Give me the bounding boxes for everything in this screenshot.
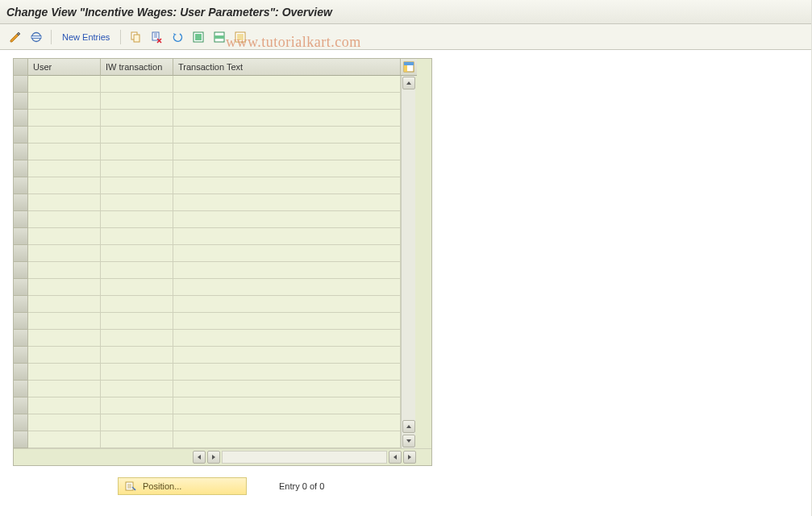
- scroll-left-icon[interactable]: [389, 451, 402, 464]
- cell[interactable]: [28, 76, 101, 93]
- row-selector[interactable]: [14, 211, 28, 228]
- undo-icon[interactable]: [169, 28, 186, 46]
- cell[interactable]: [101, 245, 173, 262]
- cell[interactable]: [28, 262, 101, 279]
- row-selector[interactable]: [14, 76, 28, 93]
- cell[interactable]: [28, 245, 101, 262]
- cell[interactable]: [173, 381, 401, 397]
- column-header-iw-transaction[interactable]: IW transaction: [101, 59, 173, 76]
- cell[interactable]: [101, 313, 173, 330]
- cell[interactable]: [28, 431, 101, 448]
- cell[interactable]: [101, 364, 173, 381]
- cell[interactable]: [28, 313, 101, 330]
- scroll-down-icon[interactable]: [402, 435, 415, 447]
- cell[interactable]: [28, 296, 101, 313]
- row-selector[interactable]: [14, 313, 28, 330]
- cell[interactable]: [173, 296, 401, 313]
- cell[interactable]: [28, 397, 101, 414]
- cell[interactable]: [173, 76, 401, 93]
- cell[interactable]: [173, 245, 401, 262]
- deselect-all-icon[interactable]: [231, 28, 249, 46]
- cell[interactable]: [173, 110, 401, 127]
- cell[interactable]: [101, 397, 173, 414]
- cell[interactable]: [173, 330, 401, 347]
- row-selector[interactable]: [14, 177, 28, 194]
- cell[interactable]: [101, 127, 173, 144]
- row-selector[interactable]: [14, 296, 28, 313]
- cell[interactable]: [173, 93, 401, 110]
- delete-icon[interactable]: [148, 28, 165, 46]
- cell[interactable]: [28, 364, 101, 381]
- row-selector[interactable]: [14, 245, 28, 262]
- copy-icon[interactable]: [127, 28, 144, 46]
- cell[interactable]: [28, 414, 101, 431]
- select-block-icon[interactable]: [210, 28, 228, 46]
- select-all-corner[interactable]: [14, 59, 28, 76]
- cell[interactable]: [28, 110, 101, 127]
- table-settings-icon[interactable]: [401, 59, 417, 76]
- column-header-transaction-text[interactable]: Transaction Text: [173, 59, 401, 76]
- cell[interactable]: [173, 177, 401, 194]
- cell[interactable]: [101, 431, 173, 448]
- scroll-right-icon[interactable]: [207, 451, 220, 464]
- row-selector[interactable]: [14, 110, 28, 127]
- select-all-icon[interactable]: [189, 28, 207, 46]
- cell[interactable]: [28, 211, 101, 228]
- cell[interactable]: [173, 431, 401, 448]
- row-selector[interactable]: [14, 414, 28, 431]
- cell[interactable]: [173, 397, 401, 414]
- cell[interactable]: [173, 347, 401, 364]
- cell[interactable]: [28, 93, 101, 110]
- horizontal-scrollbar-track[interactable]: [222, 451, 387, 464]
- row-selector[interactable]: [14, 330, 28, 347]
- cell[interactable]: [28, 381, 101, 397]
- row-selector[interactable]: [14, 160, 28, 177]
- cell[interactable]: [101, 330, 173, 347]
- new-entries-button[interactable]: New Entries: [57, 28, 115, 46]
- cell[interactable]: [101, 211, 173, 228]
- row-selector[interactable]: [14, 381, 28, 397]
- row-selector[interactable]: [14, 364, 28, 381]
- row-selector[interactable]: [14, 194, 28, 211]
- scroll-left-icon[interactable]: [193, 451, 206, 464]
- cell[interactable]: [101, 279, 173, 296]
- other-view-icon[interactable]: [27, 28, 45, 46]
- scroll-right-icon[interactable]: [403, 451, 416, 464]
- cell[interactable]: [101, 347, 173, 364]
- cell[interactable]: [101, 296, 173, 313]
- cell[interactable]: [173, 228, 401, 245]
- row-selector[interactable]: [14, 431, 28, 448]
- cell[interactable]: [28, 279, 101, 296]
- cell[interactable]: [173, 414, 401, 431]
- cell[interactable]: [28, 228, 101, 245]
- cell[interactable]: [173, 313, 401, 330]
- row-selector[interactable]: [14, 279, 28, 296]
- cell[interactable]: [28, 127, 101, 144]
- cell[interactable]: [28, 177, 101, 194]
- cell[interactable]: [28, 347, 101, 364]
- cell[interactable]: [101, 110, 173, 127]
- scroll-up-icon[interactable]: [402, 420, 415, 433]
- cell[interactable]: [101, 76, 173, 93]
- cell[interactable]: [101, 160, 173, 177]
- cell[interactable]: [101, 381, 173, 397]
- cell[interactable]: [173, 211, 401, 228]
- cell[interactable]: [28, 160, 101, 177]
- cell[interactable]: [101, 228, 173, 245]
- cell[interactable]: [28, 144, 101, 160]
- cell[interactable]: [173, 262, 401, 279]
- cell[interactable]: [28, 194, 101, 211]
- cell[interactable]: [101, 414, 173, 431]
- scroll-up-icon[interactable]: [402, 77, 415, 89]
- cell[interactable]: [173, 160, 401, 177]
- cell[interactable]: [101, 177, 173, 194]
- row-selector[interactable]: [14, 93, 28, 110]
- cell[interactable]: [101, 144, 173, 160]
- position-button[interactable]: Position...: [118, 477, 247, 495]
- cell[interactable]: [173, 194, 401, 211]
- cell[interactable]: [101, 194, 173, 211]
- cell[interactable]: [28, 330, 101, 347]
- cell[interactable]: [173, 127, 401, 144]
- row-selector[interactable]: [14, 262, 28, 279]
- cell[interactable]: [173, 279, 401, 296]
